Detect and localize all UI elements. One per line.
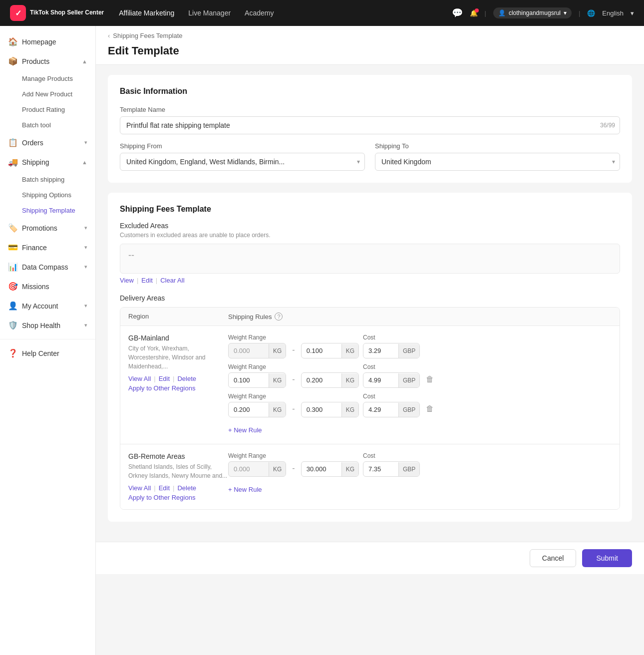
sidebar-item-shop-health[interactable]: 🛡️ Shop Health ▾ bbox=[0, 316, 95, 335]
mainland-rule-2-cost-input[interactable] bbox=[363, 373, 398, 387]
sidebar: 🏠 Homepage 📦 Products ▲ Manage Products … bbox=[0, 26, 96, 655]
mainland-region-col: GB-Mainland City of York, Wrexham, Worce… bbox=[128, 334, 228, 436]
remote-edit-link[interactable]: Edit bbox=[159, 484, 170, 492]
excluded-view-link[interactable]: View bbox=[120, 277, 134, 284]
submit-button[interactable]: Submit bbox=[582, 549, 632, 567]
remote-rule-1-from-input bbox=[229, 462, 269, 476]
sidebar-item-help-center[interactable]: ❓ Help Center bbox=[0, 343, 95, 363]
sidebar-item-products[interactable]: 📦 Products ▲ bbox=[0, 51, 95, 71]
globe-icon: 🌐 bbox=[587, 9, 595, 17]
layout: 🏠 Homepage 📦 Products ▲ Manage Products … bbox=[0, 26, 644, 655]
mainland-rule-3-delete-button[interactable]: 🗑 bbox=[424, 402, 436, 415]
mainland-rule-3-from-input[interactable] bbox=[229, 402, 269, 417]
sidebar-item-promotions[interactable]: 🏷️ Promotions ▾ bbox=[0, 218, 95, 238]
sidebar-label-homepage: Homepage bbox=[22, 38, 56, 46]
mainland-rule-1-currency: GBP bbox=[398, 344, 419, 358]
delivery-table: Region Shipping Rules ? GB-Mainland City… bbox=[120, 307, 620, 510]
remote-rule-1-cost-input[interactable] bbox=[363, 462, 398, 476]
nav-live-manager[interactable]: Live Manager bbox=[188, 9, 231, 17]
mainland-rule-3-to-unit: KG bbox=[341, 403, 358, 417]
mainland-new-rule-button[interactable]: + New Rule bbox=[228, 424, 262, 436]
remote-rule-1-to-input[interactable] bbox=[302, 462, 341, 476]
separator1: | bbox=[137, 277, 138, 284]
sidebar-subitem-batch-tool[interactable]: Batch tool bbox=[0, 117, 95, 133]
mainland-edit-link[interactable]: Edit bbox=[159, 375, 170, 382]
remote-rule-1-to-label bbox=[301, 452, 359, 459]
shipping-from-select[interactable]: United Kingdom, England, West Midlands, … bbox=[120, 153, 365, 171]
sidebar-item-my-account[interactable]: 👤 My Account ▾ bbox=[0, 296, 95, 316]
breadcrumb-link[interactable]: Shipping Fees Template bbox=[113, 32, 182, 39]
mainland-rule-2-currency: GBP bbox=[398, 373, 419, 387]
shipping-fees-title: Shipping Fees Template bbox=[120, 205, 620, 214]
sidebar-divider bbox=[0, 339, 95, 339]
excluded-clear-link[interactable]: Clear All bbox=[160, 277, 184, 284]
mainland-view-all-link[interactable]: View All bbox=[128, 375, 151, 382]
sidebar-subitem-add-product[interactable]: Add New Product bbox=[0, 86, 95, 102]
basic-info-card: Basic Information Template Name 36/99 Sh… bbox=[108, 75, 632, 183]
mainland-rule-3-cost-input[interactable] bbox=[363, 402, 398, 417]
remote-region-desc: Shetland Islands, Isles of Scilly, Orkne… bbox=[128, 462, 228, 480]
sidebar-item-finance[interactable]: 💳 Finance ▾ bbox=[0, 238, 95, 257]
mainland-rule-1-to-unit: KG bbox=[341, 344, 358, 358]
remote-region-col: GB-Remote Areas Shetland Islands, Isles … bbox=[128, 452, 228, 501]
sidebar-item-data-compass[interactable]: 📊 Data Compass ▾ bbox=[0, 257, 95, 277]
sidebar-item-homepage[interactable]: 🏠 Homepage bbox=[0, 32, 95, 51]
nav-academy[interactable]: Academy bbox=[245, 9, 274, 17]
sidebar-subitem-manage-products[interactable]: Manage Products bbox=[0, 71, 95, 86]
delivery-areas-label: Delivery Areas bbox=[120, 294, 620, 302]
my-account-icon: 👤 bbox=[8, 301, 17, 311]
sidebar-item-shipping[interactable]: 🚚 Shipping ▲ bbox=[0, 152, 95, 172]
sidebar-subitem-product-rating[interactable]: Product Rating bbox=[0, 102, 95, 117]
mainland-rule-1-cost-input[interactable] bbox=[363, 343, 398, 358]
data-compass-chevron-icon: ▾ bbox=[84, 264, 87, 270]
mainland-rule-1-from-wrap: KG bbox=[228, 343, 286, 358]
sidebar-item-orders[interactable]: 📋 Orders ▾ bbox=[0, 133, 95, 152]
mainland-region-desc: City of York, Wrexham, Worcestershire, W… bbox=[128, 344, 228, 371]
remote-delete-link[interactable]: Delete bbox=[177, 484, 196, 492]
shop-health-icon: 🛡️ bbox=[8, 321, 17, 330]
mainland-rule-2-from-input[interactable] bbox=[229, 373, 269, 387]
account-button[interactable]: 👤 clothingandmugsrul ▾ bbox=[493, 7, 572, 18]
mainland-rule-1: Weight Range KG - bbox=[228, 334, 612, 358]
language-label[interactable]: English bbox=[602, 9, 624, 17]
divider1: | bbox=[485, 9, 486, 17]
shipping-rules-help-icon[interactable]: ? bbox=[275, 313, 283, 321]
notification-icon[interactable]: 🔔 bbox=[470, 9, 478, 17]
excluded-areas-label: Excluded Areas bbox=[120, 222, 620, 230]
breadcrumb-bar: ‹ Shipping Fees Template Edit Template bbox=[96, 26, 644, 65]
home-icon: 🏠 bbox=[8, 37, 17, 46]
shipping-fees-card: Shipping Fees Template Excluded Areas Cu… bbox=[108, 193, 632, 522]
excluded-areas-section: Excluded Areas Customers in excluded are… bbox=[120, 222, 620, 284]
mainland-apply-to-others-link[interactable]: Apply to Other Regions bbox=[128, 384, 228, 392]
mainland-delete-link[interactable]: Delete bbox=[177, 375, 196, 382]
page-title: Edit Template bbox=[108, 44, 632, 64]
top-nav-right: 💬 🔔 | 👤 clothingandmugsrul ▾ | 🌐 English… bbox=[452, 7, 634, 18]
sidebar-subitem-shipping-options[interactable]: Shipping Options bbox=[0, 187, 95, 203]
cancel-button[interactable]: Cancel bbox=[530, 549, 577, 567]
mainland-rule-1-to-wrap: KG bbox=[301, 343, 359, 358]
logo[interactable]: ✓ TikTok Shop Seller Center bbox=[10, 5, 104, 21]
mainland-rule-2-delete-button[interactable]: 🗑 bbox=[424, 373, 436, 386]
mainland-rule-1-to-input[interactable] bbox=[302, 343, 341, 358]
sidebar-subitem-shipping-template[interactable]: Shipping Template bbox=[0, 203, 95, 218]
mainland-rule-3-from-unit: KG bbox=[269, 403, 286, 417]
delivery-table-header: Region Shipping Rules ? bbox=[120, 308, 620, 326]
delivery-row-remote: GB-Remote Areas Shetland Islands, Isles … bbox=[120, 444, 620, 509]
mainland-rule-2-to-input[interactable] bbox=[302, 373, 341, 387]
chat-icon[interactable]: 💬 bbox=[452, 7, 463, 18]
excluded-areas-hint: Customers in excluded areas are unable t… bbox=[120, 232, 620, 239]
template-name-input[interactable] bbox=[120, 116, 620, 134]
shipping-to-select[interactable]: United Kingdom bbox=[375, 153, 620, 171]
remote-view-all-link[interactable]: View All bbox=[128, 484, 151, 492]
mainland-rule-3-to-input[interactable] bbox=[302, 402, 341, 417]
nav-affiliate-marketing[interactable]: Affiliate Marketing bbox=[119, 9, 174, 17]
sidebar-item-missions[interactable]: 🎯 Missions bbox=[0, 277, 95, 296]
excluded-edit-link[interactable]: Edit bbox=[141, 277, 152, 284]
sidebar-subitem-batch-shipping[interactable]: Batch shipping bbox=[0, 172, 95, 187]
remote-apply-to-others-link[interactable]: Apply to Other Regions bbox=[128, 494, 228, 501]
sidebar-label-products: Products bbox=[22, 57, 49, 65]
remote-rules-col: Weight Range KG - bbox=[228, 452, 612, 501]
sidebar-label-shop-health: Shop Health bbox=[22, 322, 60, 329]
remote-new-rule-button[interactable]: + New Rule bbox=[228, 484, 262, 495]
mainland-region-name: GB-Mainland bbox=[128, 334, 228, 342]
